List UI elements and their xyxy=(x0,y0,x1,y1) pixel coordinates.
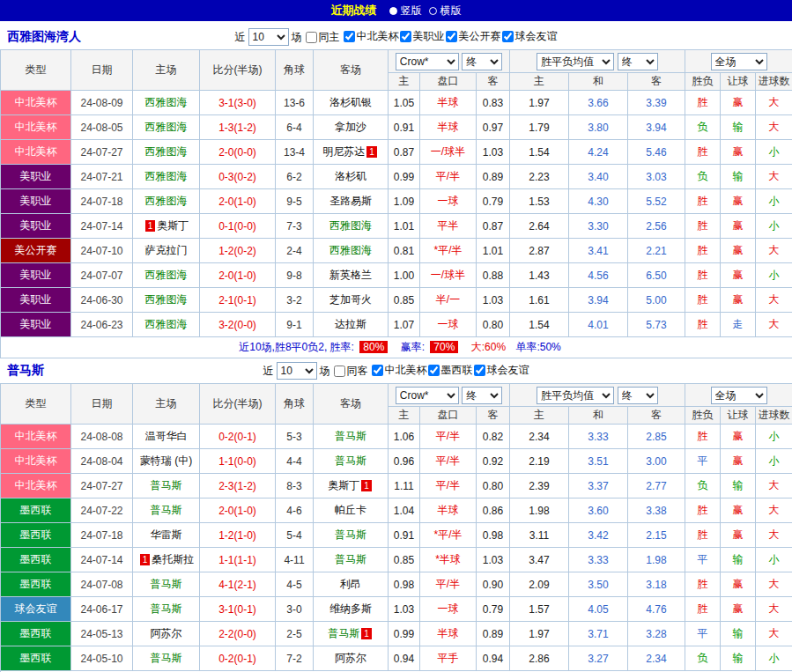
league-type-badge[interactable]: 美职业 xyxy=(1,214,71,239)
match-score[interactable]: 2-2(0-0) xyxy=(200,622,276,646)
match-score[interactable]: 0-1(0-0) xyxy=(200,214,276,239)
away-team-link[interactable]: 普马斯 xyxy=(335,528,366,541)
away-team-link[interactable]: 西雅图海 xyxy=(329,244,372,256)
home-team-link[interactable]: 西雅图海 xyxy=(145,318,188,330)
odds-final-select[interactable]: 终 xyxy=(462,53,502,70)
home-team-link[interactable]: 奥斯丁 xyxy=(157,219,189,232)
home-team-link[interactable]: 西雅图海 xyxy=(145,269,188,281)
match-score[interactable]: 3-1(0-1) xyxy=(200,597,276,622)
fulltime-scope-select[interactable]: 全场 xyxy=(711,53,767,70)
league-type-badge[interactable]: 中北美杯 xyxy=(1,140,71,165)
home-team-link[interactable]: 萨克拉门 xyxy=(145,244,188,256)
layout-radio-vertical[interactable]: 竖版 xyxy=(389,4,422,18)
recent-count-select[interactable]: 10 xyxy=(277,362,317,380)
avg-final-select[interactable]: 终 xyxy=(618,53,658,70)
league-filter[interactable]: 球会友谊 xyxy=(501,29,558,44)
league-filter-checkbox[interactable] xyxy=(502,31,514,42)
league-type-badge[interactable]: 球会友谊 xyxy=(1,597,71,622)
league-type-badge[interactable]: 美职业 xyxy=(1,288,71,313)
league-type-badge[interactable]: 墨西联 xyxy=(1,646,71,671)
home-team-link[interactable]: 西雅图海 xyxy=(145,96,188,108)
match-score[interactable]: 2-3(1-2) xyxy=(200,474,276,498)
league-type-badge[interactable]: 墨西联 xyxy=(1,523,71,548)
avg-type-select[interactable]: 胜平负均值 xyxy=(537,387,614,404)
league-filter[interactable]: 中北美杯 xyxy=(343,29,399,44)
match-score[interactable]: 1-1(0-0) xyxy=(200,449,276,474)
league-filter[interactable]: 美职业 xyxy=(399,29,445,44)
league-type-badge[interactable]: 美职业 xyxy=(1,313,71,337)
away-team-link[interactable]: 圣路易斯 xyxy=(329,195,372,207)
away-team-link[interactable]: 拿加沙 xyxy=(335,121,366,133)
away-team-link[interactable]: 普马斯 xyxy=(328,627,359,639)
match-score[interactable]: 2-0(1-0) xyxy=(200,263,276,288)
home-team-link[interactable]: 西雅图海 xyxy=(145,195,188,207)
match-score[interactable]: 2-1(0-1) xyxy=(200,288,276,313)
match-score[interactable]: 2-0(1-0) xyxy=(200,189,276,214)
away-team-link[interactable]: 达拉斯 xyxy=(335,318,366,330)
league-type-badge[interactable]: 中北美杯 xyxy=(1,425,71,449)
home-team-link[interactable]: 桑托斯拉 xyxy=(152,553,194,565)
away-team-link[interactable]: 普马斯 xyxy=(335,454,366,467)
avg-type-select[interactable]: 胜平负均值 xyxy=(537,53,614,70)
away-team-link[interactable]: 利昂 xyxy=(340,578,361,590)
away-team-link[interactable]: 奥斯丁 xyxy=(328,479,359,491)
same-home-filter[interactable]: 同主 xyxy=(305,30,340,45)
match-score[interactable]: 2-0(0-0) xyxy=(200,140,276,165)
home-team-link[interactable]: 西雅图海 xyxy=(145,145,188,158)
league-filter[interactable]: 球会友谊 xyxy=(473,363,529,378)
league-filter-checkbox[interactable] xyxy=(446,31,457,42)
away-team-link[interactable]: 帕丘卡 xyxy=(335,504,366,516)
same-away-checkbox[interactable] xyxy=(334,366,345,377)
match-score[interactable]: 0-2(0-1) xyxy=(200,425,276,449)
league-filter-checkbox[interactable] xyxy=(474,365,485,376)
league-filter-checkbox[interactable] xyxy=(400,31,411,42)
away-team-link[interactable]: 维纳多斯 xyxy=(329,602,372,615)
home-team-link[interactable]: 普马斯 xyxy=(151,578,182,590)
match-score[interactable]: 1-3(1-2) xyxy=(200,115,276,140)
match-score[interactable]: 3-1(3-0) xyxy=(200,91,276,115)
away-team-link[interactable]: 阿苏尔 xyxy=(335,652,366,664)
league-type-badge[interactable]: 美公开赛 xyxy=(1,239,71,263)
league-type-badge[interactable]: 墨西联 xyxy=(1,498,71,523)
same-away-filter[interactable]: 同客 xyxy=(333,364,368,379)
home-team-link[interactable]: 华雷斯 xyxy=(151,528,182,541)
home-team-link[interactable]: 西雅图海 xyxy=(145,293,188,306)
away-team-link[interactable]: 普马斯 xyxy=(335,430,366,442)
match-score[interactable]: 1-2(0-2) xyxy=(200,239,276,263)
league-filter[interactable]: 墨西联 xyxy=(427,363,473,378)
league-type-badge[interactable]: 中北美杯 xyxy=(1,115,71,140)
league-type-badge[interactable]: 美职业 xyxy=(1,263,71,288)
league-filter[interactable]: 美公开赛 xyxy=(445,29,501,44)
odds-final-select[interactable]: 终 xyxy=(462,387,502,404)
league-type-badge[interactable]: 美职业 xyxy=(1,165,71,189)
league-filter-checkbox[interactable] xyxy=(344,31,355,42)
match-score[interactable]: 3-2(0-0) xyxy=(200,313,276,337)
league-type-badge[interactable]: 墨西联 xyxy=(1,548,71,572)
away-team-link[interactable]: 西雅图海 xyxy=(329,219,372,232)
match-score[interactable]: 1-2(1-0) xyxy=(200,523,276,548)
avg-final-select[interactable]: 终 xyxy=(618,387,658,404)
same-home-checkbox[interactable] xyxy=(306,32,317,43)
match-score[interactable]: 1-1(1-1) xyxy=(200,548,276,572)
fulltime-scope-select[interactable]: 全场 xyxy=(711,387,767,404)
league-type-badge[interactable]: 墨西联 xyxy=(1,572,71,597)
away-team-link[interactable]: 芝加哥火 xyxy=(329,293,372,306)
match-score[interactable]: 0-2(0-1) xyxy=(200,646,276,671)
layout-radio-horizontal[interactable]: 横版 xyxy=(429,4,462,18)
away-team-link[interactable]: 普马斯 xyxy=(335,553,366,565)
league-filter-checkbox[interactable] xyxy=(372,365,383,376)
bookmaker-select[interactable]: Crow* xyxy=(396,53,459,70)
recent-count-select[interactable]: 10 xyxy=(248,28,289,46)
league-type-badge[interactable]: 墨西联 xyxy=(1,622,71,646)
league-filter-checkbox[interactable] xyxy=(428,365,440,376)
home-team-link[interactable]: 西雅图海 xyxy=(145,170,188,182)
home-team-link[interactable]: 阿苏尔 xyxy=(151,627,182,639)
league-filter[interactable]: 中北美杯 xyxy=(371,363,427,378)
home-team-link[interactable]: 普马斯 xyxy=(151,602,182,615)
league-type-badge[interactable]: 中北美杯 xyxy=(1,474,71,498)
home-team-link[interactable]: 蒙特瑞 (中) xyxy=(140,454,192,467)
home-team-link[interactable]: 西雅图海 xyxy=(145,121,188,133)
home-team-link[interactable]: 普马斯 xyxy=(151,652,182,664)
match-score[interactable]: 4-1(2-1) xyxy=(200,572,276,597)
away-team-link[interactable]: 新英格兰 xyxy=(329,269,372,281)
